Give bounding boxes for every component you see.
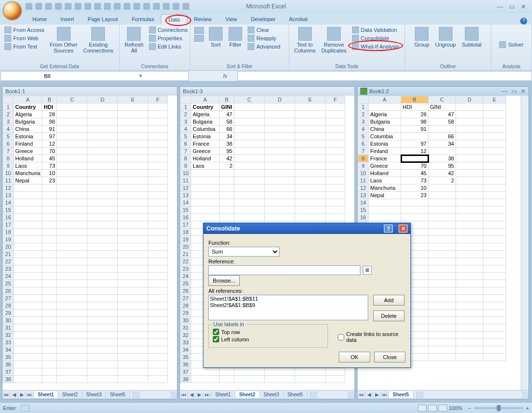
cell[interactable] — [14, 221, 42, 229]
cell[interactable] — [87, 273, 118, 280]
create-links-checkbox[interactable]: Create links to source data — [338, 331, 405, 343]
cell[interactable] — [148, 287, 168, 295]
cell[interactable] — [191, 214, 220, 221]
tab-acrobat[interactable]: Acrobat — [282, 14, 315, 25]
cell[interactable]: Columbia — [369, 133, 401, 140]
cell[interactable] — [42, 192, 57, 199]
cell[interactable]: 12 — [42, 140, 57, 148]
sheet-tab-sheet5[interactable]: Sheet5 — [283, 391, 307, 398]
cell[interactable]: GINI — [220, 103, 234, 111]
cell[interactable] — [429, 346, 456, 354]
cell[interactable] — [148, 302, 168, 310]
cell[interactable] — [148, 103, 168, 111]
cell[interactable] — [429, 199, 456, 206]
cell[interactable] — [456, 346, 483, 354]
cell[interactable]: 47 — [220, 111, 234, 118]
connections-button[interactable]: Connections — [148, 26, 189, 34]
cell[interactable] — [265, 206, 295, 214]
cell[interactable] — [57, 192, 87, 199]
cell[interactable] — [148, 265, 168, 273]
cell[interactable] — [220, 177, 234, 184]
reapply-button[interactable]: Reapply — [246, 34, 282, 42]
cell[interactable] — [57, 118, 87, 126]
cell[interactable] — [148, 140, 168, 148]
cell[interactable]: 34 — [220, 133, 234, 140]
help-icon[interactable]: ? — [520, 18, 527, 25]
cell[interactable] — [326, 140, 345, 148]
cell[interactable] — [483, 140, 506, 148]
cell[interactable] — [42, 221, 57, 229]
minimize-button[interactable]: — — [497, 3, 503, 10]
cell[interactable]: 38 — [220, 140, 234, 148]
cell[interactable] — [148, 354, 168, 361]
from-other-sources-button[interactable]: From Other Sources — [48, 26, 79, 63]
cell[interactable] — [148, 361, 168, 368]
cell[interactable] — [401, 214, 429, 221]
cell[interactable] — [456, 280, 483, 287]
cell[interactable]: Algeria — [191, 111, 220, 118]
cell[interactable] — [87, 302, 118, 310]
cell[interactable] — [14, 368, 42, 376]
cell[interactable]: Greece — [369, 162, 401, 170]
cell[interactable]: Country — [191, 103, 220, 111]
cell[interactable] — [234, 162, 265, 170]
cell[interactable] — [87, 126, 118, 133]
cell[interactable] — [87, 287, 118, 295]
cell[interactable] — [429, 265, 456, 273]
cell[interactable] — [456, 295, 483, 302]
sheet-tab-sheet5[interactable]: Sheet5 — [106, 391, 130, 398]
cell[interactable] — [118, 155, 148, 162]
cell[interactable] — [295, 170, 326, 177]
cell[interactable] — [87, 376, 118, 383]
fx-icon[interactable]: fx — [189, 73, 237, 79]
cell[interactable] — [87, 368, 118, 376]
cell[interactable] — [118, 111, 148, 118]
cell[interactable]: HDI — [42, 103, 57, 111]
cell[interactable] — [14, 332, 42, 339]
cell[interactable] — [295, 199, 326, 206]
qat-icon[interactable] — [55, 3, 62, 10]
cell[interactable] — [57, 310, 87, 317]
cell[interactable] — [87, 206, 118, 214]
cell[interactable]: 10 — [401, 184, 429, 192]
cell[interactable] — [14, 258, 42, 265]
cell[interactable] — [295, 126, 326, 133]
cell[interactable] — [87, 243, 118, 251]
cell[interactable] — [118, 376, 148, 383]
cell[interactable] — [42, 214, 57, 221]
cell[interactable] — [87, 317, 118, 324]
cell[interactable] — [456, 177, 483, 184]
cell[interactable] — [483, 258, 506, 265]
cell[interactable] — [456, 324, 483, 332]
cell[interactable] — [118, 118, 148, 126]
cell[interactable]: 28 — [401, 111, 429, 118]
tab-insert[interactable]: Insert — [53, 14, 81, 25]
cell[interactable] — [483, 346, 506, 354]
cell[interactable] — [57, 258, 87, 265]
workbook-window-1[interactable]: Book1:1 ABCDEF1CountryHDI2Algeria283Bulg… — [2, 86, 177, 399]
cell[interactable] — [57, 111, 87, 118]
cell[interactable] — [456, 206, 483, 214]
cell[interactable] — [456, 287, 483, 295]
cell[interactable] — [42, 265, 57, 273]
cell[interactable] — [57, 206, 87, 214]
cell[interactable] — [87, 170, 118, 177]
cell[interactable] — [326, 126, 345, 133]
cell[interactable] — [295, 192, 326, 199]
nav-prev[interactable]: ◀ — [10, 392, 18, 397]
cell[interactable] — [87, 111, 118, 118]
cell[interactable] — [456, 148, 483, 155]
cell[interactable]: 97 — [42, 133, 57, 140]
cell[interactable]: Laos — [369, 177, 401, 184]
cell[interactable] — [483, 317, 506, 324]
cell[interactable] — [118, 346, 148, 354]
cell[interactable] — [234, 206, 265, 214]
cell[interactable] — [148, 221, 168, 229]
cell[interactable] — [220, 368, 234, 376]
cell[interactable] — [429, 324, 456, 332]
cell[interactable]: 2 — [429, 177, 456, 184]
cell[interactable] — [295, 140, 326, 148]
cell[interactable] — [148, 126, 168, 133]
cell[interactable] — [429, 229, 456, 236]
cell[interactable] — [429, 148, 456, 155]
